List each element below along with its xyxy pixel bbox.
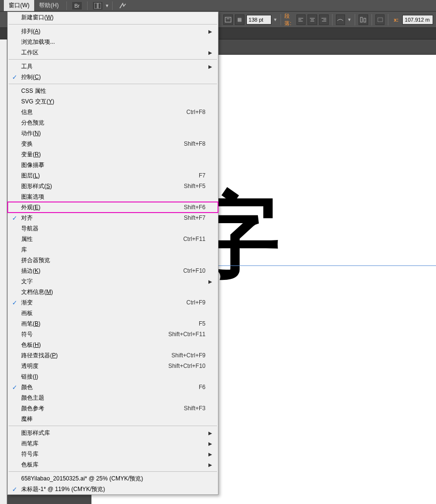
submenu-arrow-icon: ▶ [205, 29, 212, 34]
menu-item[interactable]: ✓控制(C) [8, 72, 218, 82]
menu-item-label: 颜色参考 [21, 404, 184, 413]
menu-item[interactable]: 画笔(B)F5 [8, 318, 218, 329]
svg-rect-15 [378, 18, 383, 22]
bridge-icon[interactable]: Br [72, 1, 82, 10]
menu-item[interactable]: 画笔库▶ [8, 438, 218, 449]
align-left-icon[interactable] [296, 14, 306, 25]
menu-item[interactable]: ✓颜色F6 [8, 382, 218, 392]
menu-item[interactable]: 属性Ctrl+F11 [8, 234, 218, 244]
menu-item-label: 链接(I) [21, 373, 205, 381]
menu-item-label: 渐变 [21, 299, 186, 307]
menu-item[interactable]: SVG 交互(Y) [8, 96, 218, 107]
menu-item-label: 图形样式库 [21, 429, 205, 437]
submenu-arrow-icon: ▶ [205, 452, 212, 457]
menu-item[interactable]: 符号Shift+Ctrl+F11 [8, 329, 218, 340]
menu-item[interactable]: 描边(K)Ctrl+F10 [8, 265, 218, 276]
menu-item[interactable]: 色板(H) [8, 340, 218, 350]
char-panel-icon-1[interactable] [223, 14, 233, 25]
warp-icon[interactable] [336, 14, 346, 25]
menu-item-label: CSS 属性 [21, 87, 205, 95]
menu-item[interactable]: 外观(E)Shift+F6 [8, 202, 218, 213]
menu-item[interactable]: 图层(L)F7 [8, 170, 218, 181]
menu-item[interactable]: 变换Shift+F8 [8, 139, 218, 149]
menu-item[interactable]: 分色预览 [8, 117, 218, 128]
menu-item-label: 对齐 [21, 214, 184, 222]
gpu-icon[interactable] [117, 1, 128, 10]
menu-item-label: 图像描摹 [21, 161, 205, 169]
svg-rect-13 [360, 17, 362, 22]
menu-item[interactable]: 图形样式库▶ [8, 428, 218, 438]
menu-item-label: 图案选项 [21, 193, 205, 201]
menu-item-label: 库 [21, 246, 205, 254]
menu-item[interactable]: 排列(A)▶ [8, 26, 218, 37]
check-icon: ✓ [8, 384, 21, 391]
menu-item[interactable]: 透明度Shift+Ctrl+F10 [8, 361, 218, 371]
menu-item[interactable]: ✓未标题-1* @ 119% (CMYK/预览) [8, 484, 218, 494]
menu-item[interactable]: 魔棒 [8, 414, 218, 424]
menu-item-label: 颜色主题 [21, 394, 205, 402]
menu-item[interactable]: 文字▶ [8, 276, 218, 287]
menu-item[interactable]: 文档信息(M) [8, 287, 218, 297]
menu-item[interactable]: 拼合器预览 [8, 255, 218, 265]
menu-item[interactable]: 工作区▶ [8, 47, 218, 58]
menu-item[interactable]: CSS 属性 [8, 86, 218, 96]
menu-item[interactable]: 图案选项 [8, 191, 218, 202]
menu-item[interactable]: 新建窗口(W) [8, 12, 218, 23]
menu-item[interactable]: 颜色主题 [8, 392, 218, 403]
control-separator [355, 14, 355, 25]
menu-item-label: 透明度 [21, 362, 168, 370]
menu-separator [9, 59, 217, 60]
menu-item-label: 描边(K) [21, 267, 183, 275]
align-right-icon[interactable] [319, 14, 329, 25]
window-menu-dropdown: 新建窗口(W)排列(A)▶浏览加载项...工作区▶工具▶✓控制(C)CSS 属性… [7, 12, 218, 495]
menubar-separator [112, 1, 113, 10]
dropdown-arrow-icon[interactable]: ▼ [273, 17, 278, 22]
x-coord-input[interactable] [402, 15, 433, 25]
menu-window[interactable]: 窗口(W) [4, 0, 34, 11]
menu-shortcut: Ctrl+F10 [183, 267, 205, 274]
check-icon: ✓ [8, 214, 21, 222]
menu-item[interactable]: 路径查找器(P)Shift+Ctrl+F9 [8, 350, 218, 361]
char-panel-icon-2[interactable]: ▦ [235, 14, 244, 25]
menu-item-label: 导航器 [21, 225, 205, 233]
transform-icon[interactable] [375, 14, 385, 25]
arrange-docs-icon[interactable] [92, 1, 103, 10]
align-center-icon[interactable] [308, 14, 317, 25]
menu-item[interactable]: 色板库▶ [8, 459, 218, 470]
menu-item-label: 画笔库 [21, 440, 205, 448]
check-icon: ✓ [8, 299, 21, 306]
menu-item[interactable]: 信息Ctrl+F8 [8, 107, 218, 117]
dropdown-arrow-icon[interactable]: ▼ [347, 17, 351, 22]
menu-item[interactable]: 导航器 [8, 223, 218, 234]
menu-item[interactable]: 画板 [8, 308, 218, 318]
submenu-arrow-icon: ▶ [205, 441, 212, 446]
menu-item[interactable]: ✓渐变Ctrl+F9 [8, 297, 218, 308]
menu-item[interactable]: ✓对齐Shift+F7 [8, 213, 218, 223]
menu-item[interactable]: 颜色参考Shift+F3 [8, 403, 218, 414]
control-separator [388, 14, 388, 25]
menu-item-label: 工具 [21, 63, 205, 71]
menu-item[interactable]: 变量(R) [8, 149, 218, 160]
menu-help[interactable]: 帮助(H) [34, 0, 64, 11]
menu-item[interactable]: 动作(N) [8, 128, 218, 139]
check-icon: ✓ [8, 74, 21, 81]
submenu-arrow-icon: ▶ [205, 50, 212, 55]
align-panel-icon[interactable] [359, 14, 368, 25]
dropdown-arrow-icon[interactable]: ▼ [105, 3, 109, 8]
menu-item-label: 分色预览 [21, 119, 205, 127]
menu-item-label: 文档信息(M) [21, 288, 205, 296]
menu-shortcut: Ctrl+F9 [186, 299, 205, 306]
menu-item[interactable]: 库 [8, 244, 218, 255]
menu-item[interactable]: 658Yilabao_20150325.ai* @ 25% (CMYK/预览) [8, 473, 218, 484]
menu-shortcut: F5 [199, 320, 205, 327]
control-separator [372, 14, 372, 25]
font-size-input[interactable] [246, 15, 271, 25]
submenu-arrow-icon: ▶ [205, 462, 212, 467]
submenu-arrow-icon: ▶ [205, 64, 212, 69]
menu-item[interactable]: 图像描摹 [8, 160, 218, 170]
menu-item[interactable]: 浏览加载项... [8, 37, 218, 47]
menu-item[interactable]: 工具▶ [8, 61, 218, 72]
menu-item[interactable]: 链接(I) [8, 371, 218, 382]
menu-item[interactable]: 图形样式(S)Shift+F5 [8, 181, 218, 191]
menu-item[interactable]: 符号库▶ [8, 449, 218, 459]
